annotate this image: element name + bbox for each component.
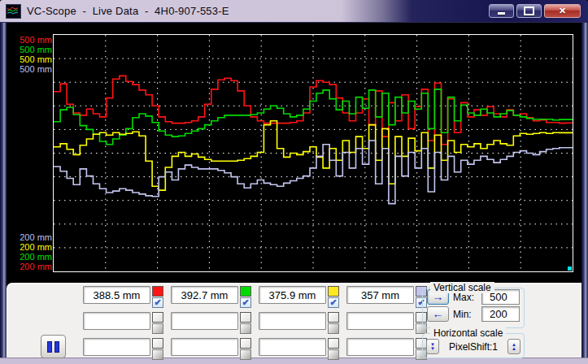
channel-enable-checkbox[interactable] [240,349,251,360]
trace-color-swatch [328,286,339,297]
pause-icon [54,341,59,353]
channel-enable-checkbox[interactable] [240,323,251,334]
vertical-scale-group: Vertical scale → Max: 500 ← Min: 200 [422,288,525,328]
window-border-right [581,23,588,358]
trace-color-swatch [240,338,251,349]
pixelshift-decrease-button[interactable]: ▼ ▼ [426,339,439,354]
min-label: Min: [453,309,477,320]
horizontal-scale-group: Horizontal scale ▼ ▼ PixelShift:1 ▲ ▲ [422,333,525,358]
measurement-value-field[interactable] [83,338,150,356]
measurement-cell: 388.5 mm✔ [83,286,164,308]
pixelshift-increase-button[interactable]: ▲ ▲ [507,339,520,354]
trace-canvas [54,35,573,271]
measurement-value-field[interactable] [83,312,150,330]
channel-enable-checkbox[interactable]: ✔ [240,297,251,308]
channel-enable-checkbox[interactable] [152,349,163,360]
minimize-button[interactable] [489,4,514,18]
y-axis-max-labels: 500 mm500 mm500 mm500 mm [15,35,52,74]
window-border-left [0,23,7,358]
measurement-value-field[interactable]: 375.9 mm [259,286,326,304]
channel-enable-checkbox[interactable]: ✔ [328,297,339,308]
measurement-value-field[interactable] [346,338,414,356]
min-input[interactable]: 200 [481,306,520,322]
pause-button[interactable] [41,335,66,358]
axis-label: 500 mm [15,64,52,74]
trace-color-swatch [328,338,339,349]
measurement-cell [171,312,252,334]
measurement-cell: 357 mm✔ [346,286,428,308]
measurement-row [83,312,428,334]
trace-color-swatch [152,312,163,323]
measurement-cell [346,312,428,334]
measurement-cell [171,338,252,360]
channel-enable-checkbox[interactable]: ✔ [152,297,163,308]
trace-color-swatch [240,312,251,323]
measurement-cell: 375.9 mm✔ [259,286,340,308]
window-title: VC-Scope - Live Data - 4H0-907-553-E [27,5,229,17]
indicator-column [152,338,163,360]
indicator-column: ✔ [240,286,251,308]
axis-label: 500 mm [15,45,52,54]
channel-enable-checkbox[interactable] [328,349,339,360]
app-icon [6,4,21,19]
measurement-value-field[interactable] [171,312,238,330]
measurement-cell [259,338,340,360]
trace-color-swatch [152,338,163,349]
channel-enable-checkbox[interactable] [152,323,163,334]
trace-color-swatch [328,312,339,323]
measurement-value-field[interactable]: 388.5 mm [83,286,150,304]
pause-icon [47,341,52,353]
arrow-left-icon: ← [433,307,444,320]
measurement-row [83,338,428,360]
indicator-column [328,338,339,360]
indicator-column [240,338,251,360]
double-down-arrow-icon: ▼ [430,347,435,351]
measurement-cell: 392.7 mm✔ [171,286,252,308]
indicator-column [240,312,251,334]
close-icon: ✕ [559,6,566,16]
trace-channel-3 [54,121,573,190]
axis-label: 500 mm [15,35,52,45]
plot-cursor-marker [568,266,572,271]
axis-label: 200 mm [15,242,52,252]
measurement-grid: 388.5 mm✔392.7 mm✔375.9 mm✔357 mm✔ [83,286,428,364]
measurement-value-field[interactable]: 392.7 mm [171,286,238,304]
measurement-value-field[interactable]: 357 mm [346,286,414,304]
indicator-column [152,312,163,334]
axis-label: 200 mm [15,262,52,271]
decrease-min-button[interactable]: ← [427,306,449,322]
measurement-row: 388.5 mm✔392.7 mm✔375.9 mm✔357 mm✔ [83,286,428,308]
measurement-cell [259,312,340,334]
maximize-icon [524,6,534,15]
minimize-icon [498,12,505,15]
pixelshift-value: PixelShift:1 [444,341,503,353]
title-bar: VC-Scope - Live Data - 4H0-907-553-E ✕ [0,0,588,23]
vc-scope-window: VC-Scope - Live Data - 4H0-907-553-E ✕ 5… [0,0,588,364]
axis-label: 200 mm [15,252,52,262]
horizontal-scale-label: Horizontal scale [430,327,506,339]
measurement-cell [83,338,164,360]
measurement-cell [83,312,164,334]
axis-label: 500 mm [15,54,52,64]
trace-color-swatch [152,286,163,297]
measurement-value-field[interactable] [171,338,238,356]
indicator-column: ✔ [152,286,163,308]
measurement-value-field[interactable] [346,312,414,330]
trace-channel-1 [54,76,573,144]
vertical-scale-label: Vertical scale [430,282,494,293]
scope-display: 500 mm500 mm500 mm500 mm 200 mm200 mm200… [7,23,581,283]
plot-area [53,34,573,272]
indicator-column [328,312,339,334]
control-panel: 388.5 mm✔392.7 mm✔375.9 mm✔357 mm✔ Verti… [7,283,581,358]
channel-enable-checkbox[interactable] [328,323,339,334]
close-button[interactable]: ✕ [544,4,581,18]
trace-color-swatch [240,286,251,297]
measurement-value-field[interactable] [259,338,326,356]
measurement-cell [346,338,428,360]
axis-label: 200 mm [15,232,52,242]
maximize-button[interactable] [516,4,542,18]
y-axis-min-labels: 200 mm200 mm200 mm200 mm [15,232,52,271]
indicator-column: ✔ [328,286,339,308]
measurement-value-field[interactable] [259,312,326,330]
double-up-arrow-icon: ▲ [512,347,516,351]
